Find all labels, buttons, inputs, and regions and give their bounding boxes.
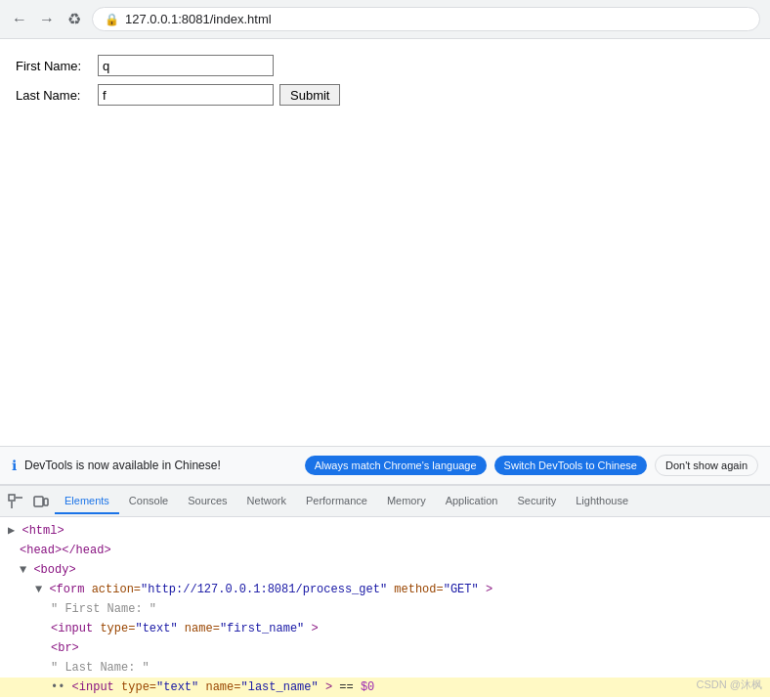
last-name-label: Last Name: (16, 88, 94, 103)
devtools-toolbar: Elements Console Sources Network Perform… (0, 486, 770, 517)
submit-button[interactable]: Submit (279, 84, 340, 106)
tab-network[interactable]: Network (237, 489, 296, 514)
tab-lighthouse[interactable]: Lighthouse (566, 489, 638, 514)
code-line-body: ▼ <body> (0, 560, 770, 580)
last-name-input[interactable] (98, 84, 274, 106)
tab-application[interactable]: Application (436, 489, 508, 514)
tab-memory[interactable]: Memory (377, 489, 436, 514)
dont-show-button[interactable]: Don't show again (655, 455, 758, 476)
tab-security[interactable]: Security (507, 489, 566, 514)
tab-elements[interactable]: Elements (55, 489, 119, 514)
tab-console[interactable]: Console (119, 489, 178, 514)
switch-chinese-button[interactable]: Switch DevTools to Chinese (494, 456, 647, 475)
code-line-firstname-text: " First Name: " (0, 599, 770, 619)
code-line-head: <head></head> (0, 541, 770, 560)
tab-sources[interactable]: Sources (178, 489, 236, 514)
code-line-lastname-text: " Last Name: " (0, 658, 770, 678)
body-expand-icon: ▼ (20, 563, 26, 577)
back-button[interactable]: ← (10, 10, 29, 29)
url-text: 127.0.0.1:8081/index.html (125, 12, 272, 26)
tab-performance[interactable]: Performance (296, 489, 377, 514)
devtools-content: ▶ <html> <head></head> ▼ <body> ▼ <form … (0, 517, 770, 700)
expand-icon: ▶ (8, 524, 15, 538)
address-bar[interactable]: 🔒 127.0.0.1:8081/index.html (92, 7, 760, 31)
code-line-br: <br> (0, 638, 770, 658)
device-toolbar-button[interactable] (29, 490, 53, 513)
lock-icon: 🔒 (105, 13, 119, 26)
first-name-row: First Name: (16, 55, 754, 76)
code-line-form: ▼ <form action="http://127.0.0.1:8081/pr… (0, 580, 770, 599)
inspect-element-button[interactable] (4, 490, 27, 513)
devtools-panel: Elements Console Sources Network Perform… (0, 485, 770, 700)
devtools-notification: ℹ DevTools is now available in Chinese! … (0, 446, 770, 485)
browser-toolbar: ← → ♻ 🔒 127.0.0.1:8081/index.html (0, 0, 770, 39)
first-name-label: First Name: (16, 59, 94, 73)
code-line-input-lastname: •• <input type="text" name="last_name" >… (0, 678, 770, 697)
first-name-input[interactable] (98, 55, 274, 76)
always-match-button[interactable]: Always match Chrome's language (305, 456, 487, 475)
form-expand-icon: ▼ (35, 583, 42, 596)
svg-rect-0 (9, 495, 15, 501)
svg-rect-2 (44, 499, 48, 505)
svg-rect-1 (34, 497, 43, 506)
page-content: First Name: Last Name: Submit (0, 39, 770, 446)
forward-button[interactable]: → (37, 10, 57, 29)
info-icon: ℹ (12, 458, 17, 473)
watermark: CSDN @沐枫 (697, 678, 762, 692)
refresh-button[interactable]: ♻ (64, 10, 84, 29)
notification-text: DevTools is now available in Chinese! (24, 459, 297, 472)
code-line-html: ▶ <html> (0, 521, 770, 541)
code-line-input-firstname: <input type="text" name="first_name" > (0, 619, 770, 638)
last-name-row: Last Name: Submit (16, 84, 754, 106)
